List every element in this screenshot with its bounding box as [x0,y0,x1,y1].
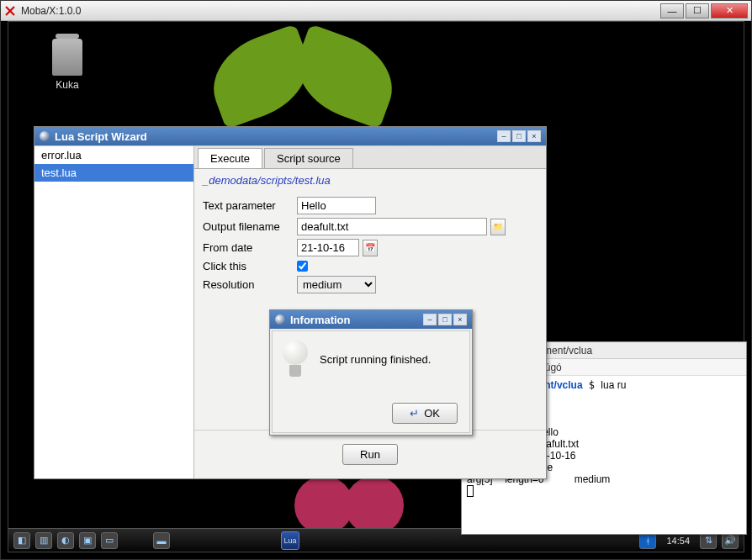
taskbar-browser-icon[interactable]: ◐ [57,532,74,549]
tab-execute[interactable]: Execute [198,148,262,168]
info-app-icon [275,314,285,325]
wizard-close-button[interactable]: × [527,130,541,142]
x11-icon [4,5,16,17]
taskbar-app-icon[interactable]: ▬ [153,532,170,549]
output-filename-input[interactable] [297,218,487,235]
script-list-item-selected[interactable]: test.lua [34,164,193,182]
info-minimize-button[interactable]: – [423,314,437,325]
wizard-tabs: Execute Script source [194,146,546,169]
wizard-form: Text parameter Output filename 📁 From da… [194,192,546,302]
info-dialog[interactable]: Information – □ × Script running finishe… [269,309,473,436]
wizard-script-list[interactable]: error.lua test.lua [34,146,194,478]
info-ok-label: OK [424,407,440,420]
outer-minimize-button[interactable]: — [660,3,684,18]
wallpaper-leaf-icon [284,24,405,129]
wizard-titlebar[interactable]: Lua Script Wizard – □ × [34,127,546,145]
wizard-minimize-button[interactable]: – [497,130,511,142]
resolution-select[interactable]: medium [297,276,376,293]
taskbar-lua-task[interactable]: Lua [281,531,299,550]
output-filename-label: Output filename [203,220,297,233]
taskbar-terminal-icon[interactable]: ▣ [79,532,96,549]
terminal-command: lua ru [601,379,626,391]
info-body: Script running finished. ↵ OK [272,330,470,433]
start-menu-button[interactable]: ◧ [13,532,30,549]
return-icon: ↵ [410,407,419,420]
info-maximize-button[interactable]: □ [438,314,452,325]
info-close-button[interactable]: × [453,314,467,325]
tab-script-source[interactable]: Script source [264,148,353,168]
file-browse-button[interactable]: 📁 [490,219,506,235]
lua-icon: Lua [283,536,296,545]
taskbar-clock[interactable]: 14:54 [666,536,690,546]
run-button[interactable]: Run [342,444,398,465]
click-this-label: Click this [203,260,297,272]
info-titlebar[interactable]: Information – □ × [270,310,472,329]
from-date-label: From date [203,241,297,254]
outer-maximize-button[interactable]: ☐ [686,3,709,18]
script-list-item[interactable]: error.lua [34,146,193,164]
x-desktop[interactable]: Kuka errypi: ~/Development/vclua ztés La… [8,21,744,552]
from-date-input[interactable] [297,239,359,256]
calendar-icon: 📅 [365,243,375,252]
info-ok-button[interactable]: ↵ OK [392,403,458,424]
date-picker-button[interactable]: 📅 [363,240,378,256]
run-button-label: Run [360,448,380,461]
outer-window: Moba/X:1.0.0 — ☐ ✕ Kuka errypi: ~/Develo… [0,0,752,560]
trash-icon [52,39,82,76]
wizard-title: Lua Script Wizard [55,130,495,143]
info-message: Script running finished. [320,353,431,366]
text-param-input[interactable] [297,197,376,214]
desktop-trash-icon[interactable]: Kuka [42,39,93,91]
outer-titlebar[interactable]: Moba/X:1.0.0 — ☐ ✕ [1,1,751,21]
taskbar-desktop-icon[interactable]: ▭ [101,532,118,549]
info-title: Information [290,314,421,326]
folder-icon: 📁 [493,222,503,231]
resolution-label: Resolution [203,278,297,291]
terminal-cursor-icon [467,485,474,497]
wizard-app-icon [40,131,50,141]
outer-close-button[interactable]: ✕ [711,3,748,18]
taskbar-filemanager-icon[interactable]: ▥ [35,532,52,549]
trash-label: Kuka [42,79,93,91]
wizard-maximize-button[interactable]: □ [512,130,526,142]
lightbulb-icon [281,340,310,378]
text-param-label: Text parameter [203,199,297,212]
wallpaper-berry-icon [345,476,404,535]
script-path-label: _demodata/scripts/test.lua [194,169,546,192]
outer-window-title: Moba/X:1.0.0 [21,5,659,17]
click-this-checkbox[interactable] [297,261,308,272]
